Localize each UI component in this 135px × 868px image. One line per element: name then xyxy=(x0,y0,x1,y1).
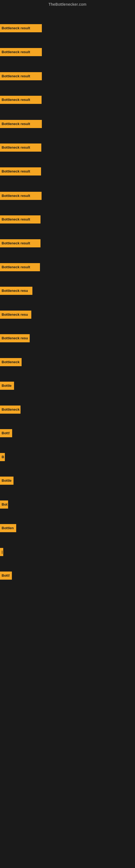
bottleneck-bar-12: Bottleneck resu xyxy=(0,287,32,295)
bottleneck-bar-19: B xyxy=(0,453,5,461)
bottleneck-bar-15: Bottleneck xyxy=(0,358,21,366)
bottleneck-bar-7: Bottleneck result xyxy=(0,167,41,176)
bottleneck-bar-23: | xyxy=(0,548,3,556)
bottleneck-bar-20: Bottle xyxy=(0,476,13,485)
site-title: TheBottlenecker.com xyxy=(0,0,135,9)
bottleneck-bar-13: Bottleneck resu xyxy=(0,311,31,319)
bottleneck-bar-17: Bottleneck xyxy=(0,405,20,414)
bottleneck-bar-16: Bottle xyxy=(0,382,14,390)
bottleneck-bar-6: Bottleneck result xyxy=(0,144,41,152)
bottleneck-bar-9: Bottleneck result xyxy=(0,215,41,223)
bottleneck-bar-2: Bottleneck result xyxy=(0,48,42,56)
bottleneck-bar-21: Bot xyxy=(0,500,8,508)
bottleneck-bar-3: Bottleneck result xyxy=(0,72,42,80)
page-wrapper: TheBottlenecker.com Bottleneck resultBot… xyxy=(0,0,135,868)
bottleneck-bar-14: Bottleneck resu xyxy=(0,334,30,342)
bottleneck-bar-22: Bottlen xyxy=(0,524,16,532)
bottleneck-bar-1: Bottleneck result xyxy=(0,24,42,32)
bars-container: Bottleneck resultBottleneck resultBottle… xyxy=(0,9,135,868)
bottleneck-bar-5: Bottleneck result xyxy=(0,120,42,128)
bottleneck-bar-18: Bott! xyxy=(0,429,12,437)
bottleneck-bar-8: Bottleneck result xyxy=(0,192,42,200)
bottleneck-bar-10: Bottleneck result xyxy=(0,239,41,247)
bottleneck-bar-24: Bott! xyxy=(0,571,12,580)
bottleneck-bar-11: Bottleneck result xyxy=(0,263,40,271)
bottleneck-bar-4: Bottleneck result xyxy=(0,96,42,104)
